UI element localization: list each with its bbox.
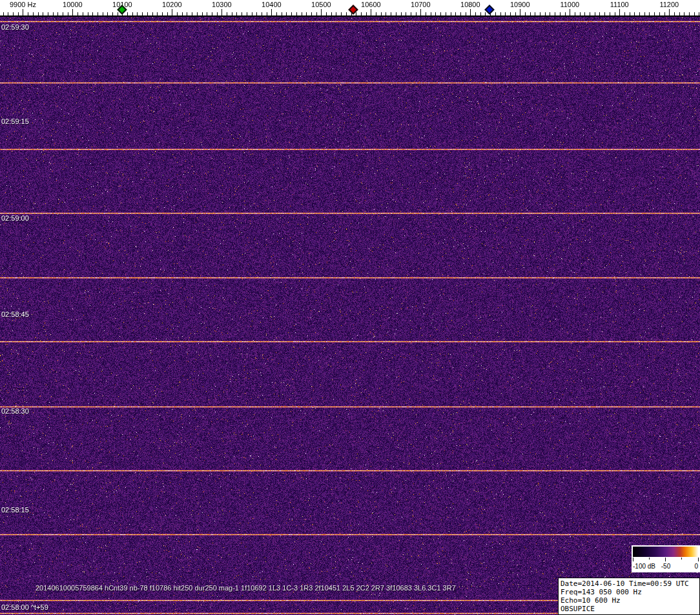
time-label: 02:58:15 <box>1 506 29 514</box>
info-frequency: Freq=143 050 000 Hz <box>561 588 697 596</box>
info-echo: Echo=10 600 Hz <box>561 596 697 605</box>
freq-tick-label: 10900 <box>510 1 530 8</box>
legend-max-label: 0 <box>694 563 698 570</box>
freq-tick-label: 10800 <box>460 1 480 8</box>
freq-tick-label: 10500 <box>311 1 331 8</box>
time-label: 02:58:00 ^t+59 <box>1 603 48 611</box>
frequency-axis[interactable]: 9900 Hz100001010010200103001040010500106… <box>0 0 700 17</box>
legend-min-label: -100 dB <box>633 563 655 570</box>
observation-info-box: Date=2014-06-10 Time=00:59 UTC Freq=143 … <box>558 578 700 615</box>
freq-tick-label: 11200 <box>659 1 679 8</box>
legend-mid-label: -50 <box>661 563 670 570</box>
freq-tick-label: 10400 <box>262 1 282 8</box>
time-label: 02:59:00 <box>1 214 29 222</box>
spectrogram-app-window: 9900 Hz100001010010200103001040010500106… <box>0 0 700 615</box>
db-gradient-bar <box>633 547 699 561</box>
spectrogram-canvas[interactable] <box>0 17 700 615</box>
freq-tick-label: 10700 <box>411 1 431 8</box>
db-scale-legend: -100 dB -50 0 <box>632 545 700 572</box>
freq-tick-label: 10300 <box>212 1 232 8</box>
time-label: 02:58:45 <box>1 310 29 318</box>
info-date-time: Date=2014-06-10 Time=00:59 UTC <box>561 580 697 588</box>
time-label: 02:58:30 <box>1 407 29 415</box>
time-label: 02:59:15 <box>1 117 29 125</box>
detection-annotation: 20140610005759864 hCnt39 nb-78 f10786 hi… <box>36 584 456 592</box>
time-label: 02:59:30 <box>1 23 29 31</box>
freq-tick-label: 10600 <box>361 1 381 8</box>
freq-tick-label: 11100 <box>610 1 629 8</box>
freq-tick-label: 9900 Hz <box>10 1 36 8</box>
info-station: OBSUPICE <box>561 605 697 613</box>
freq-tick-label: 10200 <box>162 1 182 8</box>
spectrogram-area: 02:59:3002:59:1502:59:0002:58:4502:58:30… <box>0 17 700 615</box>
freq-tick-label: 10000 <box>63 1 83 8</box>
freq-tick-label: 11000 <box>560 1 579 8</box>
